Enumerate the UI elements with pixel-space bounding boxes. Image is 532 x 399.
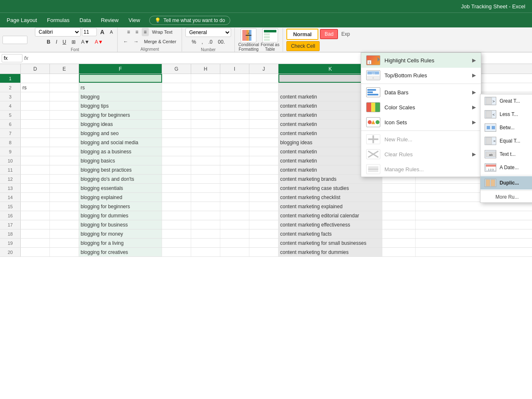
bold-button[interactable]: B xyxy=(45,38,53,46)
sub-item-less[interactable]: < Less T... xyxy=(480,108,532,121)
cell-i[interactable] xyxy=(220,92,249,101)
sub-item-date[interactable]: 1 2 3 A Date... xyxy=(480,161,532,174)
cell-j[interactable] xyxy=(249,220,278,229)
cell-g[interactable] xyxy=(162,129,191,138)
cell-d[interactable]: rs xyxy=(21,83,50,92)
cell-h[interactable] xyxy=(191,92,220,101)
menu-review[interactable]: Review xyxy=(96,15,124,25)
cell-h[interactable] xyxy=(191,211,220,220)
cell-g[interactable] xyxy=(162,175,191,183)
font-shrink-button[interactable]: A xyxy=(108,28,115,36)
cell-f[interactable]: blogging for beginners xyxy=(79,202,162,211)
row-number[interactable]: 2 xyxy=(0,83,21,92)
check-cell-button[interactable]: Check Cell xyxy=(286,41,320,51)
cell-f[interactable]: blogging for a living xyxy=(79,239,162,247)
row-number[interactable]: 11 xyxy=(0,165,21,174)
cell-l[interactable] xyxy=(382,211,416,220)
cell-e[interactable] xyxy=(50,129,79,138)
cell-j[interactable] xyxy=(249,92,278,101)
tell-me-box[interactable]: 💡 Tell me what you want to do xyxy=(149,16,230,25)
cell-j[interactable] xyxy=(249,120,278,128)
cell-e[interactable] xyxy=(50,184,79,192)
cell-j[interactable] xyxy=(249,175,278,183)
cell-k[interactable]: content marketing for dummies xyxy=(278,248,382,256)
cell-i[interactable] xyxy=(220,101,249,110)
cell-h[interactable] xyxy=(191,111,220,119)
normal-style-button[interactable]: Normal xyxy=(286,29,318,40)
cell-e[interactable] xyxy=(50,165,79,174)
cell-e[interactable] xyxy=(50,193,79,202)
merge-center-button[interactable]: Merge & Center xyxy=(142,38,178,45)
row-number[interactable]: 19 xyxy=(0,239,21,247)
cell-f[interactable]: blogging as a business xyxy=(79,147,162,156)
cell-i[interactable] xyxy=(220,74,249,83)
cell-e[interactable] xyxy=(50,83,79,92)
cell-f[interactable]: blogging and social media xyxy=(79,138,162,147)
cell-h[interactable] xyxy=(191,120,220,128)
cell-g[interactable] xyxy=(162,138,191,147)
cell-d[interactable] xyxy=(21,129,50,138)
cell-g[interactable] xyxy=(162,111,191,119)
cell-k[interactable]: content marketing effectiveness xyxy=(278,220,382,229)
cell-j[interactable] xyxy=(249,147,278,156)
cell-d[interactable] xyxy=(21,202,50,211)
cell-k[interactable]: content marketing checklist xyxy=(278,193,382,202)
row-number[interactable]: 10 xyxy=(0,156,21,165)
row-number[interactable]: 20 xyxy=(0,248,21,256)
number-format-select[interactable]: General xyxy=(185,28,231,37)
bad-style-button[interactable]: Bad xyxy=(320,29,338,39)
cell-d[interactable] xyxy=(21,120,50,128)
cell-k[interactable]: content marketing explained xyxy=(278,202,382,211)
cell-j[interactable] xyxy=(249,248,278,256)
cell-h[interactable] xyxy=(191,184,220,192)
cell-h[interactable] xyxy=(191,83,220,92)
row-number[interactable]: 14 xyxy=(0,193,21,202)
cell-g[interactable] xyxy=(162,165,191,174)
cell-k[interactable]: content marketing case studies xyxy=(278,184,382,192)
cell-g[interactable] xyxy=(162,229,191,238)
cell-e[interactable] xyxy=(50,120,79,128)
row-number[interactable]: 5 xyxy=(0,111,21,119)
cell-d[interactable] xyxy=(21,220,50,229)
row-number[interactable]: 9 xyxy=(0,147,21,156)
cell-k[interactable]: content marketing editorial calendar xyxy=(278,211,382,220)
cell-h[interactable] xyxy=(191,193,220,202)
cell-e[interactable] xyxy=(50,138,79,147)
cell-i[interactable] xyxy=(220,239,249,247)
italic-button[interactable]: I xyxy=(54,38,59,46)
cell-g[interactable] xyxy=(162,156,191,165)
row-number[interactable]: 3 xyxy=(0,92,21,101)
sub-item-greater[interactable]: > Great T... xyxy=(480,94,532,108)
cell-h[interactable] xyxy=(191,129,220,138)
align-center-button[interactable]: ≡ xyxy=(133,28,140,36)
menu-data[interactable]: Data xyxy=(74,15,96,25)
cell-h[interactable] xyxy=(191,239,220,247)
cell-f[interactable]: blogging and seo xyxy=(79,129,162,138)
cell-j[interactable] xyxy=(249,129,278,138)
font-size-input[interactable] xyxy=(82,28,97,36)
cell-d[interactable] xyxy=(21,74,50,83)
sub-item-more-rules[interactable]: More Ru... xyxy=(480,192,532,202)
align-right-button[interactable]: ≡ xyxy=(142,28,149,36)
row-number[interactable]: 15 xyxy=(0,202,21,211)
cell-l[interactable] xyxy=(382,239,416,247)
cell-d[interactable] xyxy=(21,211,50,220)
cell-l[interactable] xyxy=(382,229,416,238)
cell-h[interactable] xyxy=(191,138,220,147)
cell-i[interactable] xyxy=(220,111,249,119)
cell-f[interactable]: blogging explained xyxy=(79,193,162,202)
cell-j[interactable] xyxy=(249,138,278,147)
cell-d[interactable] xyxy=(21,111,50,119)
cell-l[interactable] xyxy=(382,220,416,229)
cell-f[interactable]: blogging ideas xyxy=(79,120,162,128)
cell-g[interactable] xyxy=(162,101,191,110)
cell-i[interactable] xyxy=(220,147,249,156)
cell-e[interactable] xyxy=(50,74,79,83)
cell-j[interactable] xyxy=(249,202,278,211)
wrap-text-button[interactable]: Wrap Text xyxy=(150,28,175,36)
cell-i[interactable] xyxy=(220,184,249,192)
sub-item-text[interactable]: ab Text t... xyxy=(480,148,532,161)
cell-d[interactable] xyxy=(21,248,50,256)
dropdown-item-iconsets[interactable]: Icon Sets ▶ xyxy=(361,115,481,130)
cell-g[interactable] xyxy=(162,248,191,256)
